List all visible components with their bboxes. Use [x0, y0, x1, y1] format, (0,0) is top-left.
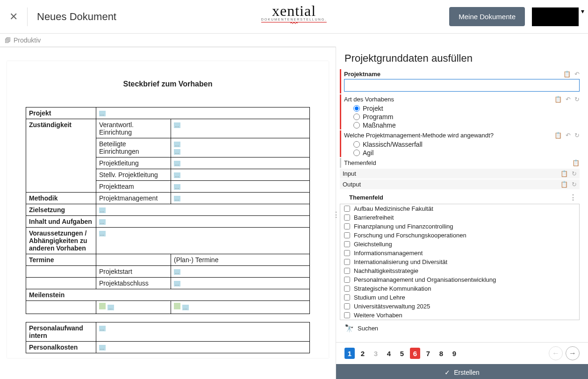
row-zustaendigkeit: Zuständigkeit — [26, 119, 96, 193]
user-menu[interactable] — [532, 7, 579, 26]
app-header: ✕ Neues Dokument xential DOKUMENTENERSTE… — [0, 0, 588, 34]
page-number-5[interactable]: 5 — [397, 348, 407, 359]
row-plantermine: (Plan-) Termine — [171, 254, 310, 266]
theme-item[interactable]: Aufbau Medizinische Fakultät — [340, 204, 579, 213]
theme-item[interactable]: Gleichstellung — [340, 240, 579, 249]
next-page-button[interactable]: → — [566, 346, 580, 360]
radio-klassisch[interactable]: Klassisch/Wasserfall — [344, 140, 580, 149]
input-projektname[interactable] — [344, 79, 580, 92]
header-actions: Meine Dokumente — [449, 7, 579, 26]
page-number-2[interactable]: 2 — [358, 348, 368, 359]
page-number-1[interactable]: 1 — [344, 348, 355, 359]
page-number-7[interactable]: 7 — [423, 348, 433, 359]
themenfeld-list[interactable]: Aufbau Medizinische FakultätBarrierefrei… — [340, 204, 580, 320]
divider — [27, 7, 28, 26]
doc-table: Projekt... ZuständigkeitVerantwortl. Ein… — [26, 107, 310, 353]
undo-icon[interactable]: ↶ — [574, 71, 580, 78]
main-content: Steckbrief zum Vorhaben Projekt... Zustä… — [0, 47, 588, 379]
redo-icon[interactable]: ↻ — [572, 170, 577, 177]
row-termine: Termine — [26, 254, 96, 266]
my-documents-button[interactable]: Meine Dokumente — [449, 7, 525, 26]
theme-item[interactable]: Forschung und Forschungskooperationen — [340, 231, 579, 240]
row-projektleitung: Projektleitung — [96, 157, 171, 169]
clipboard-icon[interactable]: 📋 — [563, 71, 571, 78]
pane-drag-handle[interactable]: ⋮ — [332, 210, 340, 219]
row-projektstart: Projektstart — [96, 266, 171, 278]
redo-icon[interactable]: ↻ — [574, 96, 580, 103]
theme-item[interactable]: Barrierefreiheit — [340, 213, 579, 222]
document-title: Neues Dokument — [37, 11, 116, 23]
green-bar-icon — [174, 303, 180, 309]
placeholder: ... — [174, 122, 180, 128]
question-methode: Welche Projektmanagement-Methode wird an… — [340, 130, 580, 157]
redo-icon[interactable]: ↻ — [572, 181, 577, 188]
theme-item-label: Nachhaltigkeitsstrategie — [354, 267, 418, 274]
placeholder: ... — [174, 149, 180, 155]
row-beteiligte: Beteiligte Einrichtungen — [96, 138, 171, 157]
themenfeld-list-header: Themenfeld — [349, 194, 383, 201]
more-icon[interactable]: ⋮ — [569, 193, 577, 202]
page-number-4[interactable]: 4 — [384, 348, 394, 359]
placeholder: ... — [99, 207, 106, 213]
close-icon[interactable]: ✕ — [9, 11, 18, 23]
radio-agil[interactable]: Agil — [344, 149, 580, 157]
theme-item[interactable]: Finanzplanung und Finanzcontrolling — [340, 222, 579, 231]
form-title: Projektgrunddaten ausfüllen — [336, 47, 588, 69]
redo-icon[interactable]: ↻ — [574, 132, 580, 139]
doc-heading: Steckbrief zum Vorhaben — [26, 80, 310, 88]
row-methodik: Methodik — [26, 193, 96, 204]
theme-item-label: Forschung und Forschungskooperationen — [354, 232, 466, 239]
radio-massnahme[interactable]: Maßnahme — [344, 121, 580, 129]
undo-icon[interactable]: ↶ — [566, 132, 571, 139]
theme-item-label: Aufbau Medizinische Fakultät — [354, 205, 433, 212]
theme-item[interactable]: Internationalisierung und Diversität — [340, 257, 579, 266]
label-themenfeld: Themenfeld — [344, 159, 572, 166]
page-number-3[interactable]: 3 — [371, 348, 381, 359]
theme-item[interactable]: Studium und Lehre — [340, 293, 579, 302]
binoculars-icon: 🔭 — [344, 324, 354, 333]
theme-item-label: Informationsmanagement — [354, 250, 423, 257]
clipboard-icon[interactable]: 📋 — [560, 170, 568, 177]
placeholder: ... — [182, 305, 189, 310]
radio-programm[interactable]: Programm — [344, 113, 580, 121]
row-verantwortl: Verantwortl. Einrichtung — [96, 119, 171, 138]
placeholder: ... — [99, 111, 106, 116]
create-button[interactable]: ✓ Erstellen — [336, 364, 588, 379]
row-projektabschluss: Projektabschluss — [96, 278, 171, 289]
page-number-6[interactable]: 6 — [410, 348, 420, 359]
themenfeld-search[interactable]: 🔭 Suchen — [340, 320, 580, 336]
page-number-8[interactable]: 8 — [436, 348, 446, 359]
themenfeld-section: Themenfeld ⋮ Aufbau Medizinische Fakultä… — [340, 191, 580, 336]
page-number-9[interactable]: 9 — [449, 348, 459, 359]
theme-item-label: Weitere Vorhaben — [354, 312, 402, 319]
logo-text: xential — [261, 2, 327, 20]
theme-item-label: Barrierefreiheit — [354, 214, 394, 221]
theme-item-label: Internationalisierung und Diversität — [354, 258, 447, 265]
row-projektteam: Projektteam — [96, 181, 171, 193]
row-personalkosten: Personalkosten — [26, 342, 96, 353]
clipboard-icon[interactable]: 📋 — [554, 96, 562, 103]
theme-item[interactable]: Informationsmanagement — [340, 249, 579, 257]
placeholder: ... — [174, 196, 180, 201]
logo: xential DOKUMENTENERSTELLUNG. 〰 — [261, 2, 327, 28]
clipboard-icon[interactable]: 📋 — [572, 159, 580, 166]
theme-item[interactable]: Personalmanagement und Organisationsentw… — [340, 275, 579, 284]
theme-item[interactable]: Universitätsverwaltung 2025 — [340, 302, 579, 311]
theme-item[interactable]: Strategische Kommunikation — [340, 284, 579, 293]
clipboard-icon[interactable]: 📋 — [560, 181, 568, 188]
theme-item[interactable]: Nachhaltigkeitsstrategie — [340, 266, 579, 275]
placeholder: ... — [174, 142, 180, 147]
create-label: Erstellen — [454, 369, 479, 376]
theme-item-label: Finanzplanung und Finanzcontrolling — [354, 223, 453, 230]
document-preview[interactable]: Steckbrief zum Vorhaben Projekt... Zustä… — [0, 47, 336, 379]
prev-page-button[interactable]: ← — [549, 346, 563, 360]
green-bar-icon — [99, 303, 106, 309]
placeholder: ... — [99, 345, 106, 350]
check-icon: ✓ — [445, 369, 450, 376]
theme-item[interactable]: Weitere Vorhaben — [340, 311, 579, 320]
theme-item-label: Studium und Lehre — [354, 294, 405, 301]
undo-icon[interactable]: ↶ — [566, 96, 571, 103]
radio-projekt[interactable]: Projekt — [344, 104, 580, 113]
subheader-input: Input 📋 ↻ — [340, 169, 580, 179]
clipboard-icon[interactable]: 📋 — [554, 132, 562, 139]
